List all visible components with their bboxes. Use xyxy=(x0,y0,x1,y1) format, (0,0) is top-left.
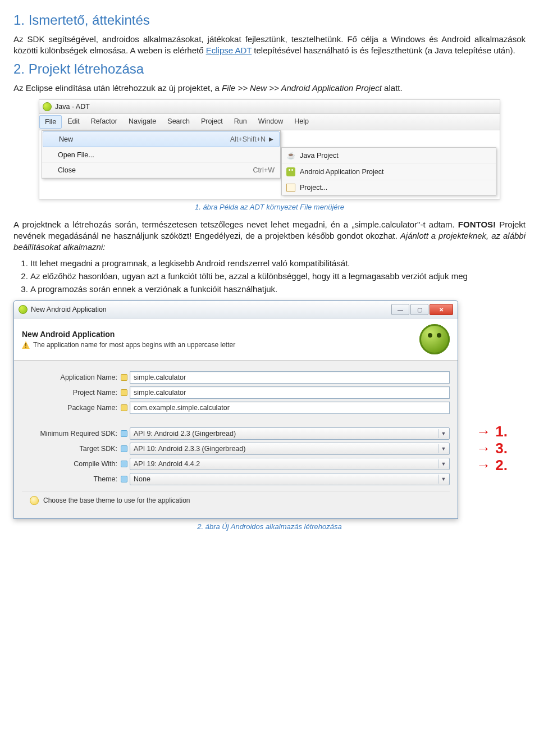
chevron-down-icon: ▼ xyxy=(438,444,448,453)
input-application-name[interactable]: simple.calculator xyxy=(130,371,450,384)
annotation-3-label: 2. xyxy=(495,457,508,474)
dialog-app-icon xyxy=(19,305,28,314)
field-decorator-icon xyxy=(121,476,127,482)
label-package-name: Package Name: xyxy=(22,404,118,412)
combo-min-sdk-value: API 9: Android 2.3 (Gingerbread) xyxy=(134,430,236,438)
list-item-2: Az előzőhöz hasonlóan, ugyan azt a funkc… xyxy=(30,271,526,282)
dialog-heading: New Android Application xyxy=(22,330,419,339)
figure-1-caption: 1. ábra Példa az ADT környezet File menü… xyxy=(13,203,526,211)
menu-search[interactable]: Search xyxy=(162,114,195,130)
close-button[interactable]: ✕ xyxy=(430,304,453,315)
combo-target-sdk[interactable]: API 10: Android 2.3.3 (Gingerbread) ▼ xyxy=(130,443,450,455)
section-1-title: 1. Ismertető, áttekintés xyxy=(13,12,526,28)
submenu-project-label: Project... xyxy=(300,184,327,192)
menu-run[interactable]: Run xyxy=(229,114,253,130)
row-package-name: Package Name: com.example.simple.calcula… xyxy=(22,402,450,414)
menu-project[interactable]: Project xyxy=(195,114,229,130)
combo-compile-with-value: API 19: Android 4.4.2 xyxy=(134,460,200,468)
menu-item-open-file-label: Open File... xyxy=(58,151,94,159)
settings-list: Itt lehet megadni a programnak, a legkis… xyxy=(30,258,526,295)
menu-path: File >> New >> Android Application Proje… xyxy=(222,83,382,93)
input-package-name[interactable]: com.example.simple.calculator xyxy=(130,402,450,414)
arrow-right-icon: → xyxy=(476,440,491,457)
submenu-android-project-label: Android Application Project xyxy=(300,168,383,176)
submenu-android-project[interactable]: Android Application Project xyxy=(282,163,496,180)
row-theme: Theme: None ▼ xyxy=(22,473,450,485)
android-project-icon xyxy=(286,167,295,176)
row-target-sdk: Target SDK: API 10: Android 2.3.3 (Ginge… xyxy=(22,443,450,455)
menu-item-new-label: New xyxy=(59,135,73,143)
label-theme: Theme: xyxy=(22,475,118,483)
field-decorator-icon xyxy=(121,445,127,452)
menu-help[interactable]: Help xyxy=(289,114,314,130)
menu-navigate[interactable]: Navigate xyxy=(123,114,162,130)
menu-item-open-file[interactable]: Open File... xyxy=(42,148,280,163)
arrow-right-icon: → xyxy=(476,423,491,440)
field-decorator-icon xyxy=(121,374,127,381)
adt-icon xyxy=(43,102,52,111)
file-menu-dropdown: New Alt+Shift+N ▶ Open File... Close Ctr… xyxy=(42,130,281,179)
label-project-name: Project Name: xyxy=(22,389,118,397)
label-target-sdk: Target SDK: xyxy=(22,445,118,453)
row-compile-with: Compile With: API 19: Android 4.4.2 ▼ xyxy=(22,458,450,470)
submenu-java-project[interactable]: Java Project xyxy=(282,148,496,163)
warning-icon: ! xyxy=(22,341,30,349)
submenu-arrow-icon: ▶ xyxy=(269,136,273,142)
dialog-title: New Android Application xyxy=(31,306,107,313)
menu-item-close-shortcut: Ctrl+W xyxy=(236,166,275,174)
dialog-titlebar: New Android Application — ▢ ✕ xyxy=(14,301,458,318)
annotation-2-label: 3. xyxy=(495,440,508,457)
mid-text-a: A projektnek a létrehozás során, termész… xyxy=(13,220,458,229)
list-item-3: A programozás során ennek a verziónak a … xyxy=(30,284,526,295)
menu-item-new-shortcut: Alt+Shift+N xyxy=(213,135,266,143)
menu-item-new[interactable]: New Alt+Shift+N ▶ xyxy=(43,131,280,147)
menu-item-close[interactable]: Close Ctrl+W xyxy=(42,163,280,178)
section-2-title: 2. Projekt létrehozása xyxy=(13,61,526,77)
screenshot-adt-menu: Java - ADT File Edit Refactor Navigate S… xyxy=(39,99,500,199)
lightbulb-icon xyxy=(30,496,39,505)
eclipse-adt-link[interactable]: Eclipse ADT xyxy=(206,45,252,55)
chevron-down-icon: ▼ xyxy=(438,475,448,484)
adt-menubar: File Edit Refactor Navigate Search Proje… xyxy=(39,114,500,130)
mid-fontos: FONTOS! xyxy=(458,220,496,229)
combo-theme-value: None xyxy=(134,475,150,483)
field-decorator-icon xyxy=(121,389,127,396)
field-decorator-icon xyxy=(121,461,127,467)
dialog-warning-text: The application name for most apps begin… xyxy=(33,341,235,349)
section-1-paragraph: Az SDK segítségével, androidos alkalmazá… xyxy=(13,34,526,57)
adt-window-titlebar: Java - ADT xyxy=(39,100,500,114)
annotation-2: → 3. xyxy=(476,440,508,457)
menu-edit[interactable]: Edit xyxy=(62,114,85,130)
field-decorator-icon xyxy=(121,404,127,411)
adt-window-title: Java - ADT xyxy=(55,103,90,111)
chevron-down-icon: ▼ xyxy=(438,459,448,468)
combo-min-sdk[interactable]: API 9: Android 2.3 (Gingerbread) ▼ xyxy=(130,427,450,440)
label-application-name: Application Name: xyxy=(22,374,118,381)
row-min-sdk: Minimum Required SDK: API 9: Android 2.3… xyxy=(22,427,450,440)
combo-theme[interactable]: None ▼ xyxy=(130,473,450,485)
menu-refactor[interactable]: Refactor xyxy=(85,114,123,130)
menu-file[interactable]: File xyxy=(39,115,62,129)
android-logo-icon xyxy=(419,324,450,354)
annotation-1-label: 1. xyxy=(495,423,508,440)
annotation-1: → 1. xyxy=(476,423,508,440)
dialog-form: Application Name: simple.calculator Proj… xyxy=(14,361,458,518)
input-project-name[interactable]: simple.calculator xyxy=(130,386,450,399)
s2-text-b: alatt. xyxy=(384,83,403,93)
arrow-right-icon: → xyxy=(476,457,491,474)
menu-window[interactable]: Window xyxy=(253,114,289,130)
screenshot-new-android-app: New Android Application — ▢ ✕ New Androi… xyxy=(13,300,458,519)
chevron-down-icon: ▼ xyxy=(438,429,448,438)
s1-text-b: telepítésével használható is és fejleszt… xyxy=(254,45,515,55)
label-compile-with: Compile With: xyxy=(22,460,118,468)
minimize-button[interactable]: — xyxy=(391,304,409,315)
combo-compile-with[interactable]: API 19: Android 4.4.2 ▼ xyxy=(130,458,450,470)
combo-target-sdk-value: API 10: Android 2.3.3 (Gingerbread) xyxy=(134,445,245,453)
maximize-button[interactable]: ▢ xyxy=(410,304,428,315)
new-submenu: Java Project Android Application Project… xyxy=(281,147,496,195)
menu-item-close-label: Close xyxy=(58,166,76,174)
submenu-project[interactable]: Project... xyxy=(282,180,496,195)
section-2-paragraph: Az Eclipse elindítása után létrehozzuk a… xyxy=(13,83,526,94)
submenu-java-project-label: Java Project xyxy=(300,152,339,160)
row-application-name: Application Name: simple.calculator xyxy=(22,371,450,384)
